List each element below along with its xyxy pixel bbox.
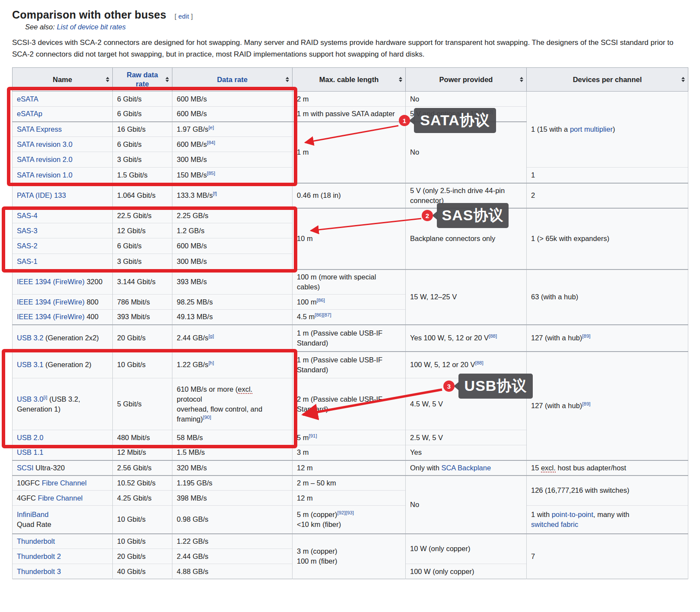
- sort-icon[interactable]: [681, 77, 685, 82]
- table-row: SCSI Ultra-3202.56 Gbit/s320 MB/s12 mOnl…: [13, 460, 688, 476]
- footnote-ref: [84]: [207, 140, 215, 145]
- table-cell: 22.5 Gbit/s: [113, 208, 172, 223]
- link-thunderbolt[interactable]: Thunderbolt: [17, 537, 55, 545]
- table-cell: 150 MB/s[85]: [172, 168, 293, 183]
- table-cell: 10 W (only copper): [406, 534, 527, 564]
- table-cell: 10GFC Fibre Channel: [13, 476, 113, 491]
- table-cell: 1.5 Gbit/s: [113, 168, 172, 183]
- table-cell: 127 (with a hub)[89]: [527, 352, 688, 460]
- table-cell: USB 3.2 (Generation 2x2): [13, 325, 113, 352]
- table-cell: 600 MB/s: [172, 238, 293, 254]
- table-cell: 2.44 GB/s: [172, 549, 293, 564]
- footnote-link-91[interactable]: [91]: [309, 433, 317, 438]
- link-usb-2-0[interactable]: USB 2.0: [17, 434, 43, 441]
- footnote-link-86-87[interactable]: [86][87]: [315, 312, 331, 317]
- table-cell: 3 m (copper)100 m (fiber): [293, 534, 406, 579]
- table-cell: SAS-3: [13, 223, 113, 238]
- footnote-link-h[interactable]: [h]: [208, 360, 214, 365]
- column-header-devices-per-channel[interactable]: Devices per channel: [527, 68, 688, 92]
- column-header-max-cable-length[interactable]: Max. cable length: [293, 68, 406, 92]
- link-fibre-channel[interactable]: Fibre Channel: [38, 494, 83, 502]
- link-sas-4[interactable]: SAS-4: [17, 212, 38, 219]
- link-thunderbolt-3[interactable]: Thunderbolt 3: [17, 568, 61, 575]
- table-cell: Thunderbolt 3: [13, 564, 113, 579]
- link-usb-1-1[interactable]: USB 1.1: [17, 448, 43, 456]
- footnote-link-85[interactable]: [85]: [207, 170, 215, 175]
- footnote-link-90[interactable]: [90]: [203, 414, 211, 419]
- link-fibre-channel[interactable]: Fibre Channel: [42, 479, 87, 487]
- footnote-link-g[interactable]: [g]: [208, 333, 214, 339]
- link-usb-3-2[interactable]: USB 3.2: [17, 334, 43, 342]
- column-label-max-cable-length: Max. cable length: [319, 76, 379, 83]
- footnote-link-88[interactable]: [88]: [489, 333, 497, 339]
- sort-icon[interactable]: [399, 77, 402, 82]
- link-sata-revision-1-0[interactable]: SATA revision 1.0: [17, 171, 73, 179]
- table-cell: 6 Gbit/s: [113, 137, 172, 152]
- table-cell: 6 Gbit/s: [113, 107, 172, 122]
- sort-icon[interactable]: [165, 77, 169, 82]
- table-cell: 1.2 GB/s: [172, 223, 293, 238]
- footnote-ref: [86][87]: [315, 312, 331, 317]
- footnote-link-92-93[interactable]: [92][93]: [337, 510, 354, 515]
- link-port-multiplier[interactable]: port multiplier: [570, 125, 613, 133]
- table-cell: eSATAp: [13, 107, 113, 122]
- footnote-link-88[interactable]: [88]: [475, 360, 483, 365]
- table-cell: 786 Mbit/s: [113, 295, 172, 310]
- footnote-ref: [e]: [208, 124, 214, 130]
- table-cell: 5 m[91]: [293, 430, 406, 445]
- table-cell: SATA revision 1.0: [13, 168, 113, 183]
- table-cell: Thunderbolt 2: [13, 549, 113, 564]
- table-row: eSATA6 Gbit/s600 MB/s2 mNo1 (15 with a p…: [13, 92, 688, 107]
- table-cell: Yes 100 W, 5, 12 or 20 V[88]: [406, 325, 527, 352]
- table-cell: Backplane connectors only: [406, 208, 527, 270]
- sort-icon[interactable]: [106, 77, 109, 82]
- table-cell: No: [406, 92, 527, 107]
- link-thunderbolt-2[interactable]: Thunderbolt 2: [17, 552, 61, 560]
- footnote-link-i[interactable]: [i]: [43, 394, 47, 400]
- link-sata-revision-2-0[interactable]: SATA revision 2.0: [17, 155, 73, 163]
- table-cell: 2 m: [293, 92, 406, 107]
- table-cell: InfiniBandQuad Rate: [13, 506, 113, 534]
- table-row: IEEE 1394 (FireWire) 32003.144 Gbit/s393…: [13, 270, 688, 295]
- link-infiniband[interactable]: InfiniBand: [17, 511, 48, 518]
- link-sata-revision-3-0[interactable]: SATA revision 3.0: [17, 140, 73, 148]
- footnote-link-89[interactable]: [89]: [582, 401, 590, 406]
- sort-icon[interactable]: [286, 77, 289, 82]
- table-cell: 15 W, 12–25 V: [406, 270, 527, 325]
- link-ieee-1394-firewire[interactable]: IEEE 1394 (FireWire): [17, 298, 85, 306]
- footnote-link-83[interactable]: [83]: [485, 109, 493, 114]
- footnote-link-f[interactable]: [f]: [213, 191, 217, 196]
- link-usb-3-1[interactable]: USB 3.1: [17, 361, 43, 368]
- link-point-to-point[interactable]: point-to-point: [552, 511, 593, 518]
- table-cell: 20 Gbit/s: [113, 549, 172, 564]
- link-esata[interactable]: eSATA: [17, 95, 38, 103]
- footnote-link-e[interactable]: [e]: [208, 124, 214, 130]
- link-sas-3[interactable]: SAS-3: [17, 227, 38, 235]
- link-pata-ide-133[interactable]: PATA (IDE) 133: [17, 191, 66, 199]
- link-switched-fabric[interactable]: switched fabric: [531, 520, 578, 528]
- link-sas-2[interactable]: SAS-2: [17, 242, 38, 250]
- link-ieee-1394-firewire[interactable]: IEEE 1394 (FireWire): [17, 278, 85, 285]
- sort-icon[interactable]: [520, 77, 523, 82]
- footnote-link-86[interactable]: [86]: [317, 297, 325, 302]
- see-also-link[interactable]: List of device bit rates: [57, 23, 126, 31]
- link-ieee-1394-firewire[interactable]: IEEE 1394 (FireWire): [17, 313, 85, 320]
- column-header-raw-data-rate[interactable]: Raw data rate: [113, 68, 172, 92]
- column-label-devices-per-channel: Devices per channel: [573, 76, 642, 83]
- column-header-name[interactable]: Name: [13, 68, 113, 92]
- edit-section: [ edit ]: [175, 13, 193, 20]
- link-sata-express[interactable]: SATA Express: [17, 125, 62, 133]
- table-cell: 1 (> 65k with expanders): [527, 208, 688, 270]
- link-esatap[interactable]: eSATAp: [17, 110, 42, 117]
- table-cell: 100 m (more with special cables): [293, 270, 406, 295]
- table-body: eSATA6 Gbit/s600 MB/s2 mNo1 (15 with a p…: [13, 92, 688, 579]
- footnote-link-89[interactable]: [89]: [582, 333, 590, 339]
- edit-link[interactable]: edit: [178, 13, 189, 20]
- link-sas-1[interactable]: SAS-1: [17, 257, 38, 265]
- link-usb-3-0[interactable]: USB 3.0: [17, 395, 43, 403]
- column-header-power-provided[interactable]: Power provided: [406, 68, 527, 92]
- footnote-link-84[interactable]: [84]: [207, 140, 215, 145]
- link-sca-backplane[interactable]: SCA Backplane: [441, 464, 491, 472]
- link-scsi[interactable]: SCSI: [17, 464, 34, 472]
- column-header-data-rate[interactable]: Data rate: [172, 68, 293, 92]
